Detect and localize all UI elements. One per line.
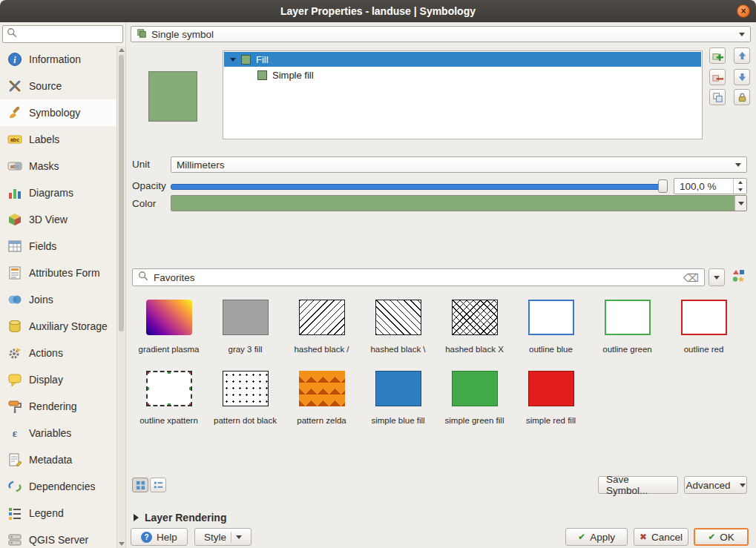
three-d-view-icon: [7, 212, 22, 227]
sidebar-item-dependencies[interactable]: Dependencies: [0, 473, 125, 500]
grid-view-icon: [135, 480, 146, 491]
icon-view-toggle-button[interactable]: [132, 478, 148, 492]
symbol-preview-outline-blue: [528, 300, 574, 335]
symbol-item-hash-forward[interactable]: hashed black /: [283, 300, 360, 354]
list-view-toggle-button[interactable]: [150, 478, 166, 492]
symbol-preview-blue-fill: [375, 371, 421, 406]
sidebar-item-source[interactable]: Source: [0, 73, 125, 99]
symbology-icon: [7, 105, 22, 120]
sidebar-item-3d-view[interactable]: 3D View: [0, 206, 125, 233]
favorites-filter-value: Favorites: [154, 272, 195, 283]
sidebar-item-labels[interactable]: abcLabels: [0, 126, 125, 153]
symbol-item-gray-fill[interactable]: gray 3 fill: [207, 300, 283, 354]
symbol-layer-tree: Fill Simple fill: [223, 50, 703, 139]
sidebar-item-label: Information: [29, 53, 81, 65]
color-button[interactable]: [171, 195, 747, 211]
symbol-item-outline-red[interactable]: outline red: [665, 300, 742, 354]
symbol-item-red-fill[interactable]: simple red fill: [513, 371, 589, 426]
symbol-grid: gradient plasmagray 3 fillhashed black /…: [131, 300, 751, 426]
tree-row-fill[interactable]: Fill: [224, 52, 701, 67]
advanced-button[interactable]: Advanced: [684, 476, 747, 494]
symbol-item-zelda[interactable]: pattern zelda: [283, 371, 360, 426]
color-label: Color: [132, 198, 156, 209]
help-button[interactable]: ? Help: [131, 528, 188, 546]
renderer-select[interactable]: Single symbol: [131, 26, 751, 42]
style-manager-button[interactable]: [729, 268, 747, 286]
sidebar-item-joins[interactable]: Joins: [0, 286, 125, 313]
sidebar-item-label: Diagrams: [29, 187, 73, 199]
dependencies-icon: [7, 479, 22, 494]
symbol-filter-box[interactable]: Favorites ⌫: [132, 268, 705, 286]
sidebar-item-auxiliary-storage[interactable]: Auxiliary Storage: [0, 313, 125, 340]
chevron-down-icon: [236, 535, 242, 539]
symbol-label: outline blue: [529, 344, 573, 354]
move-layer-up-button[interactable]: [734, 47, 750, 64]
sidebar-item-actions[interactable]: Actions: [0, 340, 125, 366]
spin-up-button[interactable]: [734, 179, 746, 186]
symbol-item-outline-xpattern[interactable]: outline xpattern: [131, 371, 207, 426]
ok-button[interactable]: ✔ OK: [694, 528, 749, 546]
sidebar-item-legend[interactable]: Legend: [0, 500, 125, 526]
scrollbar-thumb[interactable]: [119, 55, 124, 331]
layer-rendering-section[interactable]: Layer Rendering: [134, 512, 226, 524]
sidebar-search-box[interactable]: [2, 25, 123, 43]
sidebar-item-display[interactable]: Display: [0, 366, 125, 393]
close-button[interactable]: ×: [737, 4, 750, 18]
sidebar-item-label: Fields: [29, 240, 56, 252]
sidebar-item-attributes-form[interactable]: Attributes Form: [0, 260, 125, 286]
symbol-label: hashed black \: [370, 344, 425, 354]
scroll-up-icon[interactable]: [119, 48, 125, 52]
symbol-item-outline-green[interactable]: outline green: [589, 300, 665, 354]
metadata-icon: [7, 452, 22, 467]
lock-color-button[interactable]: [734, 89, 750, 105]
style-manager-icon: [731, 268, 746, 286]
unit-select[interactable]: Millimeters: [171, 156, 747, 173]
move-layer-down-button[interactable]: [734, 69, 750, 85]
sidebar-item-qgis-server[interactable]: QGIS Server: [0, 526, 125, 548]
add-symbol-layer-button[interactable]: [709, 47, 726, 64]
sidebar-item-fields[interactable]: Fields: [0, 233, 125, 260]
duplicate-layer-button[interactable]: [709, 89, 726, 105]
symbol-item-dot-black[interactable]: pattern dot black: [207, 371, 283, 426]
fill-swatch-icon: [241, 55, 251, 65]
symbol-item-gradient-plasma[interactable]: gradient plasma: [131, 300, 207, 354]
spin-down-button[interactable]: [734, 186, 746, 194]
symbol-label: simple green fill: [445, 415, 504, 426]
symbol-item-hash-back[interactable]: hashed black \: [360, 300, 436, 354]
symbol-item-outline-blue[interactable]: outline blue: [513, 300, 589, 354]
opacity-value: 100,0 %: [674, 179, 733, 194]
slider-handle[interactable]: [658, 179, 668, 193]
apply-button[interactable]: ✔ Apply: [565, 528, 628, 546]
sidebar-item-masks[interactable]: abcMasks: [0, 153, 125, 179]
sidebar-item-metadata[interactable]: Metadata: [0, 446, 125, 473]
tree-root-label: Fill: [256, 54, 269, 65]
sidebar-item-rendering[interactable]: Rendering: [0, 393, 125, 420]
slider-track[interactable]: [171, 184, 663, 190]
symbol-group-dropdown-button[interactable]: [709, 268, 725, 286]
cancel-label: Cancel: [651, 532, 683, 543]
duplicate-icon: [712, 92, 723, 103]
color-dropdown[interactable]: [734, 196, 746, 211]
remove-symbol-layer-button[interactable]: [709, 69, 726, 85]
symbol-item-blue-fill[interactable]: simple blue fill: [360, 371, 436, 426]
sidebar-item-information[interactable]: iInformation: [0, 46, 125, 73]
sidebar-scrollbar[interactable]: [116, 46, 125, 548]
symbol-preview-outline-xpattern: [146, 371, 192, 406]
scroll-down-icon[interactable]: [119, 542, 125, 546]
window-titlebar: Layer Properties - landuse | Symbology ×: [0, 0, 756, 22]
clear-filter-icon[interactable]: ⌫: [683, 272, 699, 283]
symbol-item-green-fill[interactable]: simple green fill: [436, 371, 513, 426]
opacity-slider[interactable]: [171, 178, 668, 194]
sidebar-item-symbology[interactable]: Symbology: [0, 99, 125, 126]
style-button[interactable]: Style: [194, 528, 252, 546]
save-symbol-button[interactable]: Save Symbol...: [598, 476, 678, 494]
symbol-item-hash-x[interactable]: hashed black X: [436, 300, 513, 354]
expander-icon[interactable]: [230, 58, 236, 62]
sidebar-item-diagrams[interactable]: Diagrams: [0, 179, 125, 206]
sidebar-item-variables[interactable]: εVariables: [0, 420, 125, 446]
symbol-label: pattern zelda: [297, 415, 346, 426]
tree-row-simple-fill[interactable]: Simple fill: [223, 67, 702, 82]
sidebar-search-input[interactable]: [20, 28, 119, 41]
cancel-button[interactable]: ✖ Cancel: [634, 528, 688, 546]
opacity-spinbox[interactable]: 100,0 %: [674, 178, 747, 194]
